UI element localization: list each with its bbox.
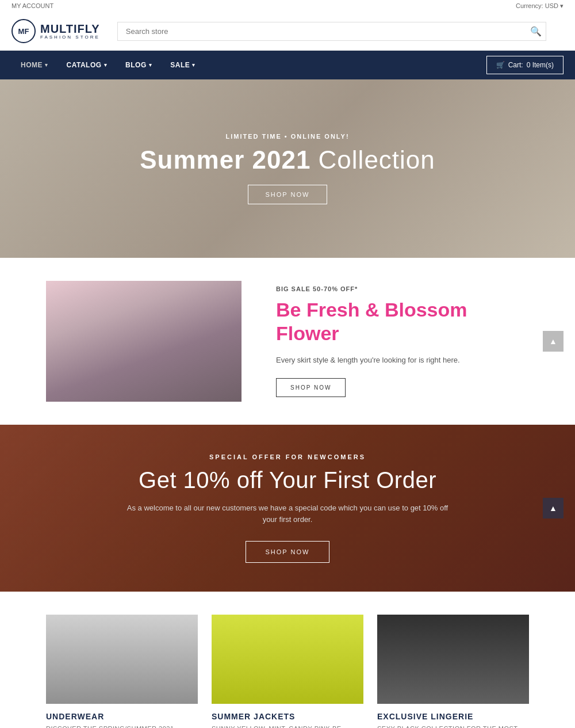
promo-title: Get 10% off Your First Order	[139, 467, 436, 493]
product-card-underwear: UNDERWEAR DISCOVER THE SPRING/SUMMER 202…	[46, 615, 198, 728]
promo-scroll-to-top-button[interactable]: ▲	[543, 498, 564, 519]
hero-content: LIMITED TIME • ONLINE ONLY! Summer 2021 …	[140, 133, 435, 204]
product-image-underwear	[46, 615, 198, 704]
products-wrapper: UNDERWEAR DISCOVER THE SPRING/SUMMER 202…	[0, 592, 575, 728]
chevron-down-icon: ▾	[104, 62, 108, 68]
product-category-lingerie: EXCLUSIVE LINGERIE	[377, 712, 529, 721]
hero-subtitle: LIMITED TIME • ONLINE ONLY!	[140, 133, 435, 140]
product-desc-jackets: SUNNY YELLOW, MINT, CANDY PINK BE BRIGHT…	[212, 725, 363, 728]
cart-button[interactable]: 🛒 Cart: 0 Item(s)	[486, 56, 564, 74]
cart-icon: 🛒	[496, 61, 505, 69]
blossom-sale-badge: BIG SALE 50-70% OFF*	[276, 285, 529, 292]
cart-label: Cart:	[508, 61, 523, 69]
hero-banner: LIMITED TIME • ONLINE ONLY! Summer 2021 …	[0, 79, 575, 258]
scroll-to-top-button[interactable]: ▲	[543, 331, 564, 352]
chevron-up-icon: ▲	[549, 337, 557, 346]
promo-shop-now-button[interactable]: SHOP NOW	[246, 541, 330, 563]
search-button[interactable]: 🔍	[530, 26, 542, 37]
search-input[interactable]	[117, 22, 546, 41]
logo-sub-text: FASHION STORE	[40, 35, 100, 40]
currency-selector[interactable]: Currency: USD ▾	[516, 2, 564, 10]
promo-subtitle: SPECIAL OFFER FOR NEWCOMERS	[209, 453, 366, 460]
blossom-title-line1: Be Fresh & Blossom	[276, 299, 467, 321]
nav-links: HOME ▾ CATALOG ▾ BLOG ▾ SALE ▾	[12, 51, 205, 79]
product-card-jackets: SUMMER JACKETS SUNNY YELLOW, MINT, CANDY…	[212, 615, 363, 728]
blossom-title-line2: Flower	[276, 322, 339, 344]
chevron-down-icon: ▾	[149, 62, 152, 68]
logo-icon: MF	[12, 19, 36, 43]
blossom-image	[46, 281, 241, 402]
blossom-section: BIG SALE 50-70% OFF* Be Fresh & Blossom …	[0, 258, 575, 425]
product-desc-lingerie: SEXY BLACK COLLECTION FOR THE MOST PASSI…	[377, 725, 529, 728]
blossom-wrapper: BIG SALE 50-70% OFF* Be Fresh & Blossom …	[0, 258, 575, 425]
hero-title-bold: Summer 2021	[140, 146, 310, 174]
product-desc-underwear: DISCOVER THE SPRING/SUMMER 2021 COLLECTI…	[46, 725, 198, 728]
hero-title: Summer 2021 Collection	[140, 146, 435, 174]
logo-main-text: MULTIFLY	[40, 22, 100, 35]
product-card-lingerie: EXCLUSIVE LINGERIE SEXY BLACK COLLECTION…	[377, 615, 529, 728]
hero-title-light: Collection	[319, 146, 435, 174]
top-bar: MY ACCOUNT Currency: USD ▾	[0, 0, 575, 12]
nav-catalog[interactable]: CATALOG ▾	[57, 51, 117, 79]
product-category-jackets: SUMMER JACKETS	[212, 712, 363, 721]
blossom-description: Every skirt style & length you're lookin…	[276, 355, 529, 367]
product-image-lingerie	[377, 615, 529, 704]
blossom-shop-now-button[interactable]: SHOP NOW	[276, 378, 346, 397]
cart-count: 0 Item(s)	[527, 61, 554, 69]
promo-description: As a welcome to all our new customers we…	[126, 502, 448, 525]
chevron-up-icon: ▲	[549, 504, 557, 513]
blossom-title: Be Fresh & Blossom Flower	[276, 298, 529, 345]
nav-sale[interactable]: SALE ▾	[161, 51, 205, 79]
hero-shop-now-button[interactable]: SHOP NOW	[248, 185, 328, 204]
nav-home[interactable]: HOME ▾	[12, 51, 57, 79]
chevron-down-icon: ▾	[45, 62, 48, 68]
header: MF MULTIFLY FASHION STORE 🔍	[0, 12, 575, 51]
search-area: 🔍	[117, 22, 546, 41]
products-section: UNDERWEAR DISCOVER THE SPRING/SUMMER 202…	[0, 592, 575, 728]
blossom-text: BIG SALE 50-70% OFF* Be Fresh & Blossom …	[276, 285, 529, 397]
navbar: HOME ▾ CATALOG ▾ BLOG ▾ SALE ▾ 🛒 Cart: 0…	[0, 51, 575, 79]
products-grid: UNDERWEAR DISCOVER THE SPRING/SUMMER 202…	[46, 615, 529, 728]
product-image-jackets	[212, 615, 363, 704]
logo[interactable]: MF MULTIFLY FASHION STORE	[12, 19, 100, 43]
nav-blog[interactable]: BLOG ▾	[116, 51, 161, 79]
my-account-link[interactable]: MY ACCOUNT	[12, 2, 53, 10]
product-category-underwear: UNDERWEAR	[46, 712, 198, 721]
chevron-down-icon: ▾	[192, 62, 195, 68]
promo-banner: SPECIAL OFFER FOR NEWCOMERS Get 10% off …	[0, 425, 575, 592]
